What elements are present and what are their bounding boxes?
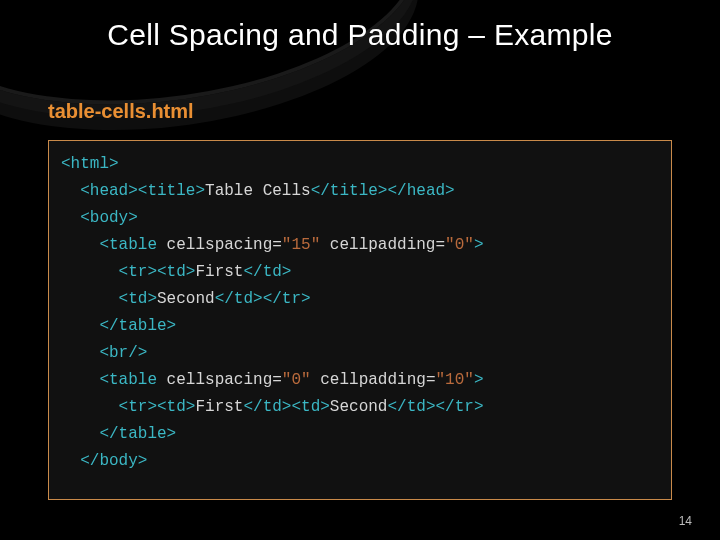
code-box: <html> <head><title>Table Cells</title><… xyxy=(48,140,672,500)
page-number: 14 xyxy=(679,514,692,528)
slide-title: Cell Spacing and Padding – Example xyxy=(0,18,720,52)
filename-label: table-cells.html xyxy=(48,100,194,123)
code-content: <html> <head><title>Table Cells</title><… xyxy=(61,151,659,475)
